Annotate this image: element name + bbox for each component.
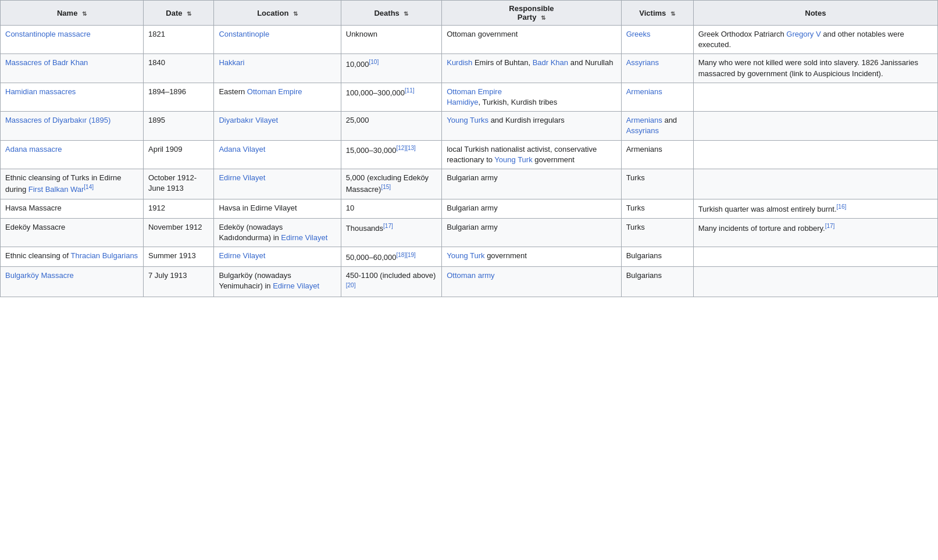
name-link-thracian[interactable]: Thracian Bulgarians: [71, 251, 138, 260]
victims-and: and: [662, 116, 677, 124]
cell-date: 1894–1896: [143, 83, 213, 111]
responsible-link-hamidiye[interactable]: Hamidiye: [447, 98, 478, 106]
col-responsible-label: ResponsibleParty: [509, 4, 554, 22]
location-link[interactable]: Edirne Vilayet: [219, 173, 265, 182]
name-text-prefix: Ethnic cleansing of: [5, 251, 71, 260]
col-header-deaths[interactable]: Deaths ⇅: [341, 1, 441, 26]
victims-link-armenians[interactable]: Armenians: [626, 116, 662, 124]
cell-responsible: local Turkish nationalist activist, cons…: [442, 140, 621, 169]
name-link[interactable]: Constantinople massacre: [5, 30, 91, 38]
victims-link[interactable]: Assyrians: [626, 58, 659, 67]
deaths-text: 450-1100 (included above)[20]: [346, 271, 436, 292]
main-table-container: Name ⇅ Date ⇅ Location ⇅ Deaths ⇅ Respon…: [0, 0, 938, 297]
responsible-text2: and Nurullah: [568, 58, 613, 67]
responsible-text2: government: [533, 155, 575, 164]
cell-date: 1912: [143, 199, 213, 219]
date-text: November 1912: [148, 223, 202, 231]
table-row: Massacres of Badr Khan 1840 Hakkari 10,0…: [1, 54, 938, 83]
responsible-text: Bulgarian army: [447, 204, 497, 212]
col-header-date[interactable]: Date ⇅: [143, 1, 213, 26]
notes-ref[interactable]: [16]: [837, 204, 847, 210]
responsible-link-ottoman[interactable]: Ottoman Empire: [447, 87, 502, 96]
cell-notes: [693, 140, 937, 169]
cell-notes: [693, 247, 937, 267]
name-link[interactable]: Adana massacre: [5, 145, 62, 154]
notes-text: Many incidents of torture and robbery.[1…: [698, 224, 835, 233]
cell-name: Ethnic cleansing of Turks in Edirne duri…: [1, 169, 144, 199]
cell-responsible: Ottoman army: [442, 266, 621, 297]
location-link[interactable]: Edirne Vilayet: [273, 281, 319, 290]
col-header-location[interactable]: Location ⇅: [214, 1, 341, 26]
cell-responsible: Bulgarian army: [442, 219, 621, 247]
location-text: Havsa in Edirne Vilayet: [219, 204, 297, 212]
cell-responsible: Ottoman EmpireHamidiye, Turkish, Kurdish…: [442, 83, 621, 111]
col-header-name[interactable]: Name ⇅: [1, 1, 144, 26]
responsible-link-kurdish[interactable]: Kurdish: [447, 58, 472, 67]
name-link[interactable]: Massacres of Badr Khan: [5, 58, 88, 67]
cell-victims: Armenians: [621, 140, 693, 169]
location-link[interactable]: Hakkari: [219, 58, 244, 67]
date-text: Summer 1913: [148, 251, 196, 260]
sort-icon-date[interactable]: ⇅: [187, 10, 191, 17]
name-ref[interactable]: [14]: [84, 184, 94, 190]
sort-icon-victims[interactable]: ⇅: [670, 10, 675, 17]
notes-text: Many who were not killed were sold into …: [698, 58, 918, 77]
deaths-ref[interactable]: [11]: [405, 87, 415, 94]
location-link[interactable]: Diyarbakır Vilayet: [219, 116, 278, 124]
cell-date: 1895: [143, 112, 213, 140]
sort-icon-name[interactable]: ⇅: [82, 10, 87, 17]
col-header-responsible[interactable]: ResponsibleParty ⇅: [442, 1, 621, 26]
cell-notes: Many who were not killed were sold into …: [693, 54, 937, 83]
responsible-text: Bulgarian army: [447, 223, 497, 231]
victims-link[interactable]: Armenians: [626, 87, 662, 96]
sort-icon-deaths[interactable]: ⇅: [404, 10, 408, 17]
cell-victims: Bulgarians: [621, 247, 693, 267]
deaths-text: Thousands[17]: [346, 224, 393, 233]
cell-notes: Many incidents of torture and robbery.[1…: [693, 219, 937, 247]
cell-notes: [693, 169, 937, 199]
cell-victims: Armenians: [621, 83, 693, 111]
deaths-ref[interactable]: [15]: [381, 184, 391, 190]
victims-text: Turks: [626, 204, 645, 212]
sort-icon-location[interactable]: ⇅: [293, 10, 298, 17]
deaths-text: 25,000: [346, 116, 369, 124]
deaths-ref[interactable]: [17]: [383, 223, 393, 229]
notes-text: Greek Orthodox Patriarch Gregory V and o…: [698, 30, 904, 49]
location-link[interactable]: Ottoman Empire: [247, 87, 302, 96]
gregory-v-link[interactable]: Gregory V: [786, 30, 821, 38]
cell-deaths: 50,000–60,000[18][19]: [341, 247, 441, 267]
col-header-victims[interactable]: Victims ⇅: [621, 1, 693, 26]
location-link[interactable]: Edirne Vilayet: [281, 233, 327, 242]
responsible-link-youngturk[interactable]: Young Turk: [447, 251, 484, 260]
name-link-firstbalkan[interactable]: First Balkan War: [28, 185, 84, 194]
location-link[interactable]: Adana Vilayet: [219, 145, 265, 154]
deaths-ref[interactable]: [20]: [346, 281, 356, 288]
notes-ref[interactable]: [17]: [825, 223, 835, 229]
responsible-link-ottoman[interactable]: Ottoman army: [447, 271, 494, 280]
location-link[interactable]: Edirne Vilayet: [219, 251, 265, 260]
cell-responsible: Young Turk government: [442, 247, 621, 267]
col-victims-label: Victims: [639, 9, 666, 17]
sort-icon-responsible[interactable]: ⇅: [541, 15, 545, 21]
victims-link[interactable]: Greeks: [626, 30, 651, 38]
name-link[interactable]: Massacres of Diyarbakır (1895): [5, 116, 110, 124]
name-link[interactable]: Hamidian massacres: [5, 87, 76, 96]
cell-deaths: Thousands[17]: [341, 219, 441, 247]
deaths-ref[interactable]: [12][13]: [397, 145, 416, 151]
responsible-link-badr[interactable]: Badr Khan: [533, 58, 568, 67]
responsible-link-youngturk[interactable]: Young Turk: [494, 155, 532, 164]
table-row: Ethnic cleansing of Thracian Bulgarians …: [1, 247, 938, 267]
victims-link-assyrians[interactable]: Assyrians: [626, 126, 659, 135]
cell-name: Hamidian massacres: [1, 83, 144, 111]
responsible-text: and Kurdish irregulars: [488, 116, 565, 124]
cell-date: Summer 1913: [143, 247, 213, 267]
responsible-link-youngturks[interactable]: Young Turks: [447, 116, 488, 124]
cell-deaths: 100,000–300,000[11]: [341, 83, 441, 111]
deaths-ref[interactable]: [10]: [369, 58, 379, 65]
col-deaths-label: Deaths: [374, 9, 399, 17]
deaths-ref[interactable]: [18][19]: [397, 251, 416, 258]
cell-deaths: 25,000: [341, 112, 441, 140]
cell-name: Havsa Massacre: [1, 199, 144, 219]
name-link[interactable]: Bulgarköy Massacre: [5, 271, 74, 280]
location-link[interactable]: Constantinople: [219, 30, 269, 38]
